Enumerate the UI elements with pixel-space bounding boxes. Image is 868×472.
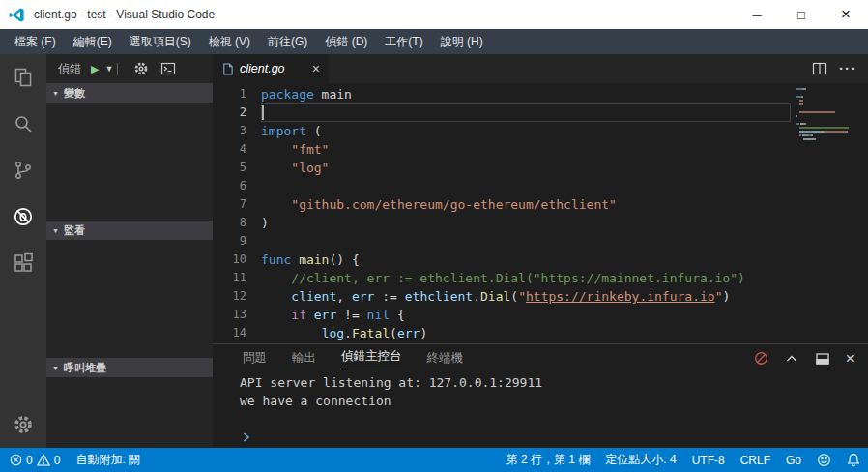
- debug-config-dropdown[interactable]: ▼: [104, 64, 113, 74]
- line-number: 8: [213, 214, 261, 232]
- code-line[interactable]: 4 "fmt": [213, 140, 791, 159]
- debug-console-toggle-icon[interactable]: [160, 61, 176, 76]
- text-cursor: [262, 105, 264, 120]
- debug-gear-icon[interactable]: [133, 61, 149, 76]
- activity-bar-item-explorer[interactable]: [0, 54, 46, 101]
- tab-size-status[interactable]: 定位點大小: 4: [597, 448, 683, 472]
- code-line[interactable]: 3import (: [213, 122, 791, 140]
- problems-status[interactable]: 0 0: [2, 448, 68, 472]
- line-number: 5: [213, 159, 261, 177]
- prompt-chevron-icon: [240, 430, 253, 444]
- code-line[interactable]: 13 if err != nil {: [213, 306, 791, 324]
- tab-client-go[interactable]: client.go ×: [213, 54, 329, 83]
- line-number: 11: [213, 269, 261, 287]
- line-number: 14: [213, 324, 261, 342]
- section-label: 呼叫堆疊: [64, 361, 106, 375]
- code-line[interactable]: 8): [213, 214, 791, 232]
- clear-console-icon[interactable]: [754, 351, 768, 366]
- menu-item[interactable]: 前往(G): [259, 29, 316, 54]
- panel-actions: ×: [738, 351, 868, 367]
- code-line[interactable]: 5 "log": [213, 159, 791, 177]
- code-line[interactable]: 7 "github.com/ethereum/go-ethereum/ethcl…: [213, 195, 791, 214]
- menu-item[interactable]: 選取項目(S): [121, 29, 200, 54]
- side-bar-debug: 偵錯 ▶ ▼ ▼ 變數: [46, 54, 213, 448]
- console-line: API server listening at: 127.0.0.1:29911: [240, 373, 868, 392]
- start-debugging-button[interactable]: ▶: [91, 63, 99, 75]
- menu-bar: 檔案 (F)編輯(E)選取項目(S)檢視 (V)前往(G)偵錯 (D)工作(T)…: [0, 29, 868, 54]
- warning-icon: [37, 454, 50, 466]
- encoding-status[interactable]: UTF-8: [684, 448, 733, 472]
- split-editor-icon[interactable]: [812, 61, 827, 76]
- git-branch-icon: [12, 159, 35, 182]
- section-header-watch[interactable]: ▼ 監看: [46, 221, 213, 240]
- line-number: 10: [213, 251, 261, 269]
- activity-bar-item-manage[interactable]: [0, 401, 46, 448]
- panel-tab-debug-console[interactable]: 偵錯主控台: [329, 344, 415, 372]
- more-actions-icon[interactable]: ···: [839, 64, 856, 74]
- tab-label: client.go: [240, 62, 285, 75]
- code-line[interactable]: 14 log.Fatal(err): [213, 324, 791, 342]
- chevron-down-icon: ▼: [52, 365, 59, 371]
- section-header-call-stack[interactable]: ▼ 呼叫堆疊: [46, 358, 213, 377]
- line-number: 9: [213, 232, 261, 251]
- menu-item[interactable]: 檔案 (F): [6, 29, 65, 54]
- editor-tab-bar: client.go × ···: [213, 54, 868, 83]
- debug-console-input[interactable]: [240, 428, 868, 446]
- panel-tab-output[interactable]: 輸出: [279, 344, 329, 372]
- title-bar: client.go - test - Visual Studio Code ─ …: [0, 0, 868, 29]
- line-number: 12: [213, 287, 261, 306]
- code-line[interactable]: 6: [213, 177, 791, 195]
- menu-item[interactable]: 檢視 (V): [200, 29, 259, 54]
- activity-bar-item-extensions[interactable]: [0, 240, 46, 286]
- gear-icon: [12, 413, 35, 436]
- code-line[interactable]: 1package main: [213, 85, 791, 103]
- code-line[interactable]: 10func main() {: [213, 251, 791, 269]
- menu-item[interactable]: 工作(T): [376, 29, 431, 54]
- code-lines[interactable]: 1package main23import (4 "fmt"5 "log"67 …: [213, 83, 791, 343]
- window-title: client.go - test - Visual Studio Code: [34, 8, 215, 21]
- search-icon: [12, 112, 35, 135]
- code-line[interactable]: 11 //client, err := ethclient.Dial("http…: [213, 269, 791, 287]
- line-number: 4: [213, 140, 261, 159]
- minimize-button[interactable]: ─: [735, 0, 779, 29]
- status-right-items: 第 2 行，第 1 欄定位點大小: 4UTF-8CRLFGo: [499, 448, 809, 472]
- menu-item[interactable]: 偵錯 (D): [316, 29, 376, 54]
- section-header-variables[interactable]: ▼ 變數: [46, 83, 213, 103]
- notifications-bell-icon[interactable]: [839, 448, 868, 472]
- sidebar-title: 偵錯: [58, 61, 81, 77]
- tab-close-icon[interactable]: ×: [312, 61, 320, 76]
- toolbar-separator: [117, 63, 118, 75]
- section-label: 監看: [64, 223, 85, 238]
- close-button[interactable]: ×: [824, 0, 868, 29]
- code-line[interactable]: 2: [213, 103, 791, 122]
- maximize-panel-icon[interactable]: [784, 351, 799, 367]
- menu-item[interactable]: 說明 (H): [432, 29, 492, 54]
- debug-console[interactable]: API server listening at: 127.0.0.1:29911…: [213, 372, 868, 448]
- error-count: 0: [26, 454, 33, 467]
- menu-item[interactable]: 編輯(E): [65, 29, 121, 54]
- auto-attach-status[interactable]: 自動附加: 關: [68, 448, 148, 472]
- editor-actions: ···: [800, 54, 868, 83]
- activity-bar-item-source-control[interactable]: [0, 147, 46, 193]
- editor[interactable]: 1package main23import (4 "fmt"5 "log"67 …: [213, 83, 868, 343]
- line-number: 2: [213, 103, 261, 122]
- activity-bar-item-debug[interactable]: [0, 193, 46, 240]
- panel-layout-icon[interactable]: [815, 351, 830, 367]
- activity-bar-item-search[interactable]: [0, 101, 46, 147]
- files-icon: [12, 66, 35, 89]
- maximize-button[interactable]: □: [779, 0, 824, 29]
- code-line[interactable]: 9: [213, 232, 791, 251]
- line-number: 1: [213, 85, 261, 103]
- panel-tab-terminal[interactable]: 終端機: [415, 344, 477, 372]
- error-icon: [10, 454, 22, 466]
- cursor-position-status[interactable]: 第 2 行，第 1 欄: [499, 448, 598, 472]
- section-label: 變數: [64, 86, 85, 101]
- language-mode-status[interactable]: Go: [778, 448, 809, 472]
- minimap[interactable]: [791, 83, 868, 343]
- close-panel-icon[interactable]: ×: [846, 353, 854, 365]
- warning-count: 0: [54, 454, 61, 467]
- eol-status[interactable]: CRLF: [733, 448, 778, 472]
- code-line[interactable]: 12 client, err := ethclient.Dial("https:…: [213, 287, 791, 306]
- feedback-smiley-icon[interactable]: [809, 448, 839, 472]
- panel-tab-problems[interactable]: 問題: [230, 344, 279, 372]
